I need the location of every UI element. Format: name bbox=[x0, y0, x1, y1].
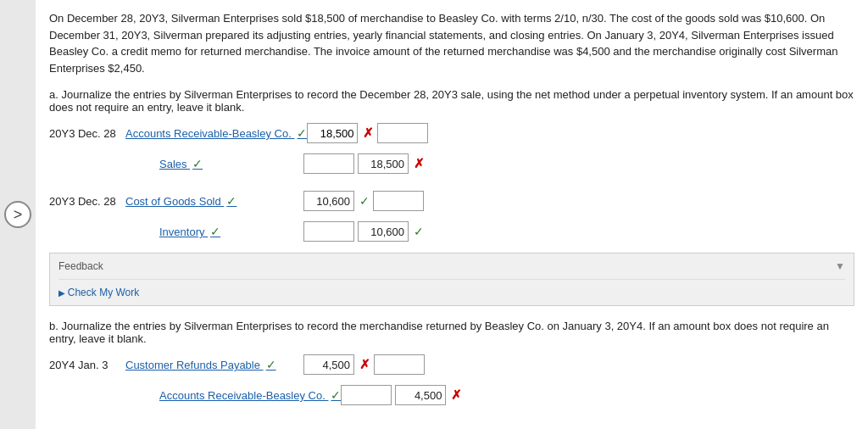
date-dec28-1: 20Y3 Dec. 28 bbox=[49, 127, 125, 140]
account-inventory: Inventory ✓ bbox=[125, 225, 303, 238]
inventory-credit-check: ✓ bbox=[414, 225, 424, 238]
ar-b-debit-input[interactable] bbox=[341, 385, 392, 405]
ar-b-credit-display: 4,500 bbox=[395, 385, 446, 405]
crp-debit-display: 4,500 bbox=[303, 354, 354, 375]
ar-b-credit-group: 4,500 ✗ bbox=[341, 385, 462, 405]
question-b-section: b. Journalize the entries by Silverman E… bbox=[49, 320, 854, 408]
journal-row-sales: Sales ✓ 18,500 ✗ bbox=[49, 151, 854, 176]
journal-row-crp: 20Y4 Jan. 3 Customer Refunds Payable ✓ 4… bbox=[49, 352, 854, 377]
check-my-work-link[interactable]: Check My Work bbox=[58, 287, 845, 298]
inventory-debit-input[interactable] bbox=[303, 221, 354, 242]
account-sales: Sales ✓ bbox=[125, 157, 303, 170]
filter-icon[interactable]: ▼ bbox=[835, 260, 845, 272]
feedback-label: Feedback ▼ bbox=[58, 260, 845, 272]
account-crp: Customer Refunds Payable ✓ bbox=[125, 358, 303, 371]
account-ar-beasley: Accounts Receivable-Beasley Co. ✓ bbox=[125, 126, 307, 140]
arrow-icon: > bbox=[14, 206, 23, 224]
cogs-debit-display: 10,600 bbox=[303, 191, 354, 211]
cogs-debit-check: ✓ bbox=[359, 194, 370, 208]
ar-debit-input[interactable] bbox=[307, 123, 358, 143]
cogs-credit-input[interactable] bbox=[373, 191, 424, 211]
check-sales: ✓ bbox=[192, 157, 203, 170]
check-crp: ✓ bbox=[266, 358, 276, 371]
cogs-debit-group: 10,600 ✓ bbox=[303, 191, 424, 211]
journal-row-inventory: Inventory ✓ 10,600 ✓ bbox=[49, 219, 854, 244]
date-dec28-2: 20Y3 Dec. 28 bbox=[49, 195, 125, 208]
ar-credit-input[interactable] bbox=[377, 123, 428, 143]
inventory-credit-display: 10,600 bbox=[358, 221, 409, 242]
check-cogs: ✓ bbox=[226, 194, 236, 208]
check-inventory: ✓ bbox=[210, 225, 220, 238]
ar-debit-group: ✗ bbox=[307, 123, 428, 143]
question-a-label: a. Journalize the entries by Silverman E… bbox=[49, 88, 854, 114]
intro-paragraph: On December 28, 20Y3, Silverman Enterpri… bbox=[49, 10, 854, 76]
main-content: On December 28, 20Y3, Silverman Enterpri… bbox=[36, 0, 868, 429]
journal-row-ar: 20Y3 Dec. 28 Accounts Receivable-Beasley… bbox=[49, 120, 854, 146]
sales-credit-group: 18,500 ✗ bbox=[303, 153, 425, 174]
account-ar-beasley-b: Accounts Receivable-Beasley Co. ✓ bbox=[125, 388, 341, 402]
ar-b-credit-x: ✗ bbox=[451, 387, 462, 403]
next-arrow-button[interactable]: > bbox=[4, 201, 31, 228]
ar-debit-x: ✗ bbox=[363, 125, 374, 141]
check-ar: ✓ bbox=[297, 126, 307, 140]
sales-credit-display: 18,500 bbox=[358, 153, 409, 174]
inventory-credit-group: 10,600 ✓ bbox=[303, 221, 424, 242]
date-jan3: 20Y4 Jan. 3 bbox=[49, 359, 125, 371]
sales-debit-input[interactable] bbox=[303, 153, 354, 174]
left-nav: > bbox=[0, 0, 36, 429]
crp-debit-x: ✗ bbox=[359, 357, 370, 372]
crp-credit-input[interactable] bbox=[374, 354, 425, 375]
feedback-box: Feedback ▼ Check My Work bbox=[49, 253, 854, 306]
question-a-section: a. Journalize the entries by Silverman E… bbox=[49, 88, 854, 244]
crp-debit-group: 4,500 ✗ bbox=[303, 354, 425, 375]
sales-credit-x: ✗ bbox=[414, 156, 425, 171]
check-ar-b: ✓ bbox=[331, 388, 341, 402]
account-cogs: Cost of Goods Sold ✓ bbox=[125, 194, 303, 208]
journal-row-ar-b: Accounts Receivable-Beasley Co. ✓ 4,500 … bbox=[49, 382, 854, 408]
question-b-label: b. Journalize the entries by Silverman E… bbox=[49, 320, 854, 345]
journal-row-cogs: 20Y3 Dec. 28 Cost of Goods Sold ✓ 10,600… bbox=[49, 188, 854, 214]
